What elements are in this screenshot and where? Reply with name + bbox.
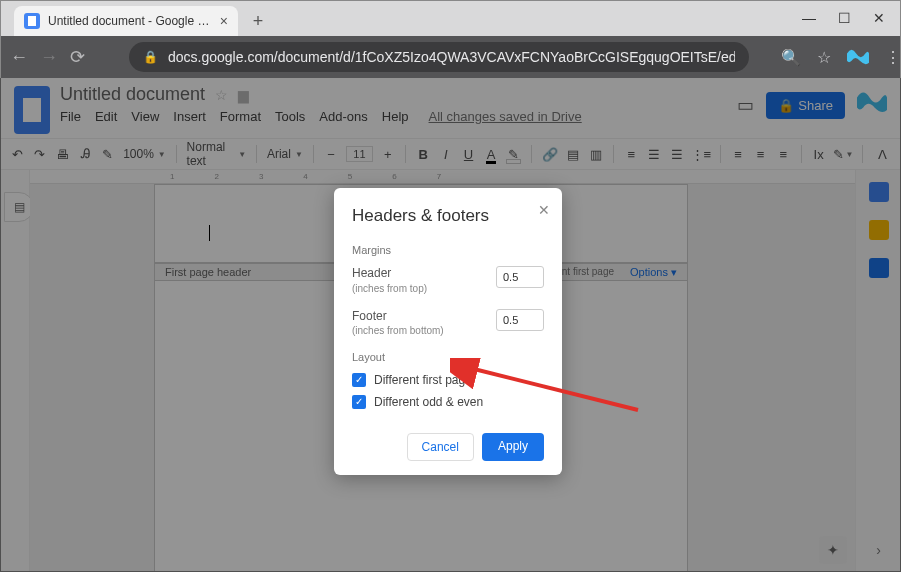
nav-forward-icon: → bbox=[40, 47, 58, 68]
docs-favicon bbox=[24, 13, 40, 29]
bookmark-star-icon[interactable]: ☆ bbox=[817, 48, 831, 67]
different-odd-even-checkbox[interactable] bbox=[352, 395, 366, 409]
apply-button[interactable]: Apply bbox=[482, 433, 544, 461]
browser-menu-icon[interactable]: ⋮ bbox=[885, 48, 901, 67]
cancel-button[interactable]: Cancel bbox=[407, 433, 474, 461]
dialog-close-icon[interactable]: ✕ bbox=[538, 202, 550, 218]
different-first-page-checkbox[interactable] bbox=[352, 373, 366, 387]
window-minimize-icon[interactable]: — bbox=[802, 10, 816, 26]
different-odd-even-label: Different odd & even bbox=[374, 395, 483, 409]
headers-footers-dialog: Headers & footers ✕ Margins Header (inch… bbox=[334, 188, 562, 475]
zoom-icon[interactable]: 🔍 bbox=[781, 48, 801, 67]
browser-addressbar: ← → ⟳ 🔒 docs.google.com/document/d/1fCoX… bbox=[0, 36, 901, 78]
tab-title: Untitled document - Google Doc bbox=[48, 14, 214, 28]
layout-section-label: Layout bbox=[352, 351, 544, 363]
different-first-page-label: Different first page bbox=[374, 373, 472, 387]
footer-margin-input[interactable] bbox=[496, 309, 544, 331]
browser-titlebar: Untitled document - Google Doc × + — ☐ ✕ bbox=[0, 0, 901, 36]
header-margin-input[interactable] bbox=[496, 266, 544, 288]
nav-back-icon[interactable]: ← bbox=[10, 47, 28, 68]
browser-tab[interactable]: Untitled document - Google Doc × bbox=[14, 6, 238, 36]
footer-margin-label: Footer (inches from bottom) bbox=[352, 309, 444, 338]
extension-icon[interactable] bbox=[847, 48, 869, 66]
url-input[interactable]: 🔒 docs.google.com/document/d/1fCoXZ5Izo4… bbox=[129, 42, 749, 72]
margins-section-label: Margins bbox=[352, 244, 544, 256]
nav-reload-icon[interactable]: ⟳ bbox=[70, 46, 85, 68]
window-maximize-icon[interactable]: ☐ bbox=[838, 10, 851, 26]
tab-close-icon[interactable]: × bbox=[220, 13, 228, 29]
url-text: docs.google.com/document/d/1fCoXZ5Izo4QW… bbox=[168, 49, 735, 65]
dialog-title: Headers & footers bbox=[352, 206, 544, 226]
header-margin-label: Header (inches from top) bbox=[352, 266, 427, 295]
window-close-icon[interactable]: ✕ bbox=[873, 10, 885, 26]
lock-icon: 🔒 bbox=[143, 50, 158, 64]
new-tab-button[interactable]: + bbox=[244, 7, 272, 35]
